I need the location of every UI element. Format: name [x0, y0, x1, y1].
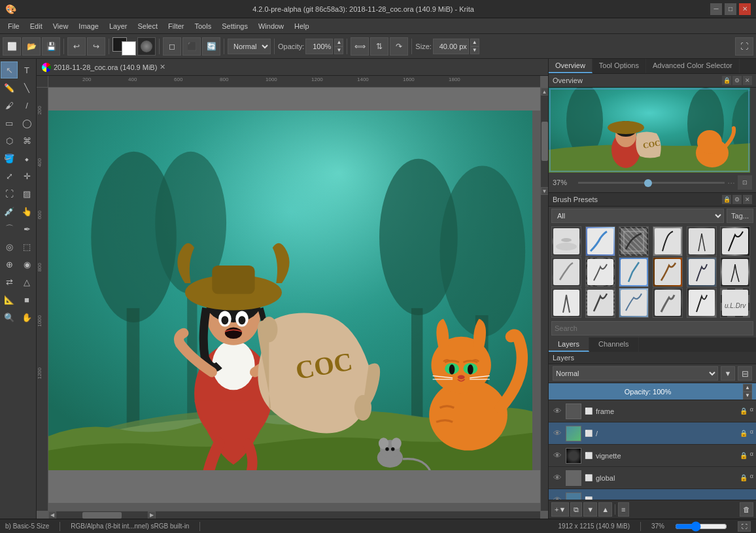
- layer-item-vignette[interactable]: 👁 ⬜ vignette 🔒 α: [549, 445, 756, 467]
- tab-adv-color[interactable]: Advanced Color Selector: [646, 59, 740, 73]
- scroll-down-arrow[interactable]: ▼: [541, 187, 549, 195]
- brush-item-15[interactable]: [619, 288, 649, 318]
- zoom-thumb[interactable]: [644, 179, 652, 187]
- brush-item-8[interactable]: [585, 257, 615, 287]
- brush-item-2[interactable]: [585, 226, 615, 256]
- menu-settings[interactable]: Settings: [216, 21, 253, 31]
- zoom-slider[interactable]: [578, 182, 725, 184]
- tool-pan[interactable]: ✋: [18, 309, 35, 326]
- tool-rect[interactable]: ▭: [1, 114, 18, 131]
- brush-preview[interactable]: [137, 37, 156, 56]
- layer-vis-frame[interactable]: 👁: [551, 405, 563, 417]
- brush-category-select[interactable]: All: [551, 209, 724, 223]
- tool-straight[interactable]: /: [18, 97, 35, 114]
- brush-item-11[interactable]: [687, 257, 717, 287]
- menu-image[interactable]: Image: [73, 21, 104, 31]
- eraser-button[interactable]: ◻: [163, 37, 181, 56]
- tool-bezier-sel[interactable]: ◉: [18, 256, 35, 273]
- tool-ellipse-sel[interactable]: ◎: [1, 238, 18, 255]
- tool-colorpicker[interactable]: 💉: [1, 203, 18, 220]
- add-layer-btn[interactable]: +▼: [551, 502, 569, 517]
- layer-item-active[interactable]: 👁 ⬜ / 🔒 α: [549, 422, 756, 445]
- menu-help[interactable]: Help: [289, 21, 315, 31]
- preserve-alpha-button[interactable]: ⬛: [182, 37, 201, 56]
- overview-settings-btn[interactable]: ⚙: [732, 76, 742, 85]
- brush-item-16[interactable]: [653, 288, 683, 318]
- tool-ellipse[interactable]: ◯: [18, 114, 35, 131]
- brush-presets-lock-btn[interactable]: 🔒: [722, 195, 731, 204]
- scroll-right-arrow[interactable]: ▶: [148, 511, 156, 519]
- menu-layer[interactable]: Layer: [104, 21, 133, 31]
- refresh-button[interactable]: 🔄: [202, 37, 220, 56]
- scroll-h-thumb[interactable]: [82, 512, 122, 519]
- layer-vis-vignette[interactable]: 👁: [551, 450, 563, 462]
- tool-gradient[interactable]: ▨: [18, 185, 35, 202]
- tab-tool-options[interactable]: Tool Options: [593, 59, 646, 73]
- maximize-button[interactable]: □: [725, 3, 736, 15]
- brush-presets-settings-btn[interactable]: ⚙: [732, 195, 742, 204]
- layers-blend-mode-select[interactable]: Normal: [553, 366, 718, 381]
- tool-measure[interactable]: 📐: [1, 291, 18, 308]
- tool-rect-sel2[interactable]: ⬚: [18, 238, 35, 255]
- tool-text[interactable]: T: [18, 61, 35, 78]
- layers-opacity-down-btn[interactable]: ▼: [743, 392, 752, 400]
- redo-button[interactable]: ↪: [87, 37, 105, 56]
- layers-tab-channels[interactable]: Channels: [589, 337, 638, 352]
- menu-tools[interactable]: Tools: [190, 21, 217, 31]
- layer-properties-btn[interactable]: ≡: [618, 502, 628, 517]
- size-input[interactable]: [433, 39, 469, 54]
- layers-settings-btn[interactable]: ⊟: [738, 366, 752, 381]
- tool-smudge[interactable]: 👆: [18, 203, 35, 220]
- tool-transform[interactable]: ⤢: [1, 167, 18, 184]
- overview-lock-btn[interactable]: 🔒: [722, 76, 731, 85]
- layers-tab-layers[interactable]: Layers: [549, 337, 589, 352]
- artwork-canvas[interactable]: COC: [48, 111, 532, 470]
- layer-lock-frame[interactable]: 🔒: [738, 406, 749, 417]
- color-swatches[interactable]: [112, 37, 136, 56]
- vertical-scrollbar[interactable]: ▲ ▼: [540, 88, 548, 511]
- layer-lock-global[interactable]: 🔒: [738, 473, 749, 483]
- tool-deform[interactable]: ⇄: [1, 273, 18, 290]
- canvas-viewport[interactable]: COC: [48, 88, 540, 511]
- brush-tag-button[interactable]: Tag...: [727, 209, 753, 223]
- menu-edit[interactable]: Edit: [25, 21, 48, 31]
- layer-vis-global[interactable]: 👁: [551, 472, 563, 484]
- overview-close-btn[interactable]: ✕: [743, 76, 752, 85]
- scroll-left-arrow[interactable]: ◀: [48, 511, 56, 519]
- fullscreen-button[interactable]: ⛶: [735, 37, 753, 56]
- layer-lock-vignette[interactable]: 🔒: [738, 451, 749, 461]
- size-down-button[interactable]: ▼: [470, 46, 479, 54]
- brush-item-9[interactable]: [619, 257, 649, 287]
- layer-vis-bottom[interactable]: 👁: [551, 494, 563, 500]
- layer-down-btn[interactable]: ▼: [583, 502, 597, 517]
- open-button[interactable]: 📂: [22, 37, 41, 56]
- brush-item-5[interactable]: [687, 226, 717, 256]
- layers-opacity-up-btn[interactable]: ▲: [743, 384, 752, 392]
- background-color[interactable]: [122, 41, 136, 56]
- brush-item-14[interactable]: [585, 288, 615, 318]
- brush-item-4[interactable]: [653, 226, 683, 256]
- status-zoom-slider[interactable]: [675, 521, 727, 532]
- menu-file[interactable]: File: [3, 21, 25, 31]
- size-up-button[interactable]: ▲: [470, 39, 479, 46]
- horizontal-scrollbar[interactable]: ◀ ▶: [48, 511, 540, 519]
- tool-select[interactable]: ↖: [1, 61, 18, 78]
- tool-contiguous[interactable]: 🪣: [1, 150, 18, 167]
- tool-freehand-sel[interactable]: ⌘: [18, 132, 35, 149]
- brush-search-input[interactable]: [551, 321, 753, 335]
- save-button[interactable]: 💾: [42, 37, 60, 56]
- layer-up-btn[interactable]: ▲: [598, 502, 612, 517]
- layer-lock-active[interactable]: 🔒: [738, 428, 749, 439]
- status-fullscreen-btn[interactable]: ⛶: [738, 521, 751, 532]
- undo-button[interactable]: ↩: [67, 37, 86, 56]
- tool-similar[interactable]: ⬥: [18, 150, 35, 167]
- mirror-h-button[interactable]: ⟺: [351, 37, 369, 56]
- tool-crop[interactable]: ⛶: [1, 185, 18, 202]
- brush-item-1[interactable]: [551, 226, 581, 256]
- layers-filter-btn[interactable]: ▼: [721, 366, 735, 381]
- tool-poly[interactable]: ⬡: [1, 132, 18, 149]
- mirror-v-button[interactable]: ⇅: [370, 37, 388, 56]
- layer-item-global[interactable]: 👁 ⬜ global 🔒 α: [549, 467, 756, 489]
- menu-window[interactable]: Window: [253, 21, 289, 31]
- brush-item-7[interactable]: [551, 257, 581, 287]
